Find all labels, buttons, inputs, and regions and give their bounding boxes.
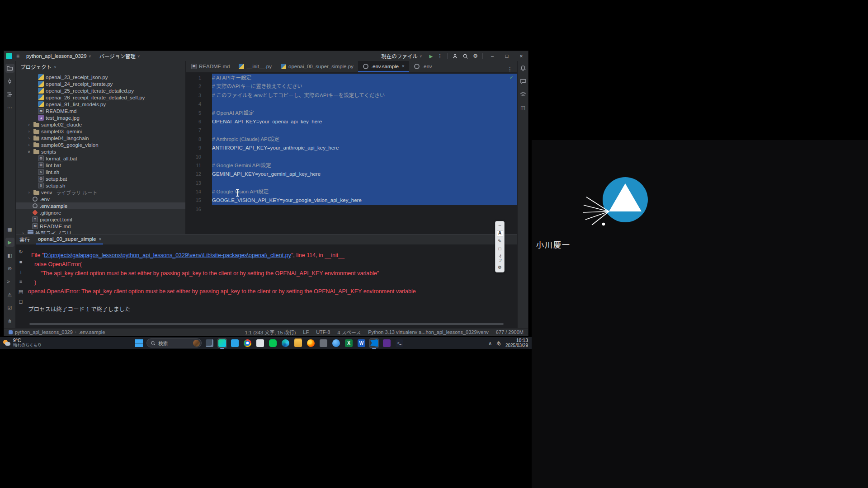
tab-env-sample[interactable]: .env.sample×	[358, 61, 409, 72]
chevron-right-icon[interactable]: ›	[26, 143, 32, 147]
tree-item-env[interactable]: .env	[16, 196, 185, 202]
memory-indicator[interactable]: 677 / 2900M	[496, 329, 524, 335]
pycharm-icon[interactable]	[217, 338, 227, 348]
run-console[interactable]: File "D:\projects\galapagos_lessons\pyth…	[26, 244, 517, 328]
chevron-right-icon[interactable]: ›	[20, 231, 26, 235]
visual-studio-icon[interactable]	[382, 338, 392, 348]
file-encoding[interactable]: UTF-8	[316, 329, 330, 335]
more-actions-icon[interactable]: ⋮	[437, 53, 443, 59]
firefox-icon[interactable]	[306, 338, 316, 348]
tab-init-py[interactable]: __init__.py	[234, 61, 276, 72]
problems-tool-icon[interactable]: ⚠	[5, 290, 14, 299]
status-widget-icon[interactable]	[9, 330, 13, 334]
project-widget[interactable]: python_api_lessons_0329 ∨	[24, 53, 94, 59]
project-folder-icon[interactable]	[5, 64, 14, 73]
powershell-icon[interactable]: >_	[395, 338, 404, 348]
tab-env[interactable]: .env	[409, 61, 437, 72]
close-button[interactable]: ×	[516, 53, 526, 59]
tray-chevron-icon[interactable]: ∧	[489, 341, 492, 346]
collapse-button[interactable]: –	[496, 222, 503, 228]
breadcrumb-project[interactable]: python_api_lessons_0329	[15, 329, 73, 335]
tree-item-scripts[interactable]: ∨scripts	[16, 148, 185, 155]
tree-item-readme-md[interactable]: README.md	[16, 223, 185, 230]
tree-item-lint-bat[interactable]: lint.bat	[16, 162, 185, 169]
notepad-app-icon[interactable]	[255, 338, 265, 348]
traceback-file-link[interactable]: D:\projects\galapagos_lessons\python_api…	[44, 252, 291, 258]
tree-item-sample03-gemini[interactable]: ›sample03_gemini	[16, 128, 185, 135]
tree-item-openai-25-receipt-iterate-detailed-py[interactable]: openai_25_receipt_iterate_detailed.py	[16, 87, 185, 94]
tree-item-venv[interactable]: ›venvライブラリ ルート	[16, 189, 185, 196]
tree-item-item[interactable]: ›外部ライブラリ	[16, 230, 185, 234]
taskbar-search-box[interactable]: 検索	[146, 338, 202, 347]
minimize-button[interactable]: –	[487, 53, 497, 59]
line-app-icon[interactable]	[268, 338, 278, 348]
structure-icon[interactable]	[5, 90, 14, 99]
close-icon[interactable]: ×	[99, 237, 102, 242]
commit-icon[interactable]	[5, 77, 14, 86]
tree-item-setup-bat[interactable]: setup.bat	[16, 175, 185, 182]
vscode-icon[interactable]	[369, 338, 379, 348]
line-separator[interactable]: LF	[303, 329, 309, 335]
scroll-to-end-icon[interactable]: ↓	[17, 268, 24, 275]
search-highlight-image[interactable]	[193, 340, 200, 347]
tree-item-lint-sh[interactable]: lint.sh	[16, 169, 185, 175]
project-panel-header[interactable]: プロジェクト ∨	[16, 61, 185, 73]
chevron-right-icon[interactable]: ›	[26, 129, 32, 134]
tree-item-env-sample[interactable]: .env.sample	[16, 202, 185, 209]
rerun-icon[interactable]: ↻	[17, 248, 24, 255]
todo-tool-icon[interactable]: ☑	[5, 303, 14, 312]
python-interpreter[interactable]: Python 3.13 virtualenv a...hon_api_lesso…	[368, 329, 489, 335]
version-control-icon[interactable]: ⋔	[5, 316, 14, 325]
blue-round-app-icon[interactable]	[331, 338, 341, 348]
tree-item-openai-91-list-models-py[interactable]: openai_91_list_models.py	[16, 101, 185, 108]
gray-app-icon[interactable]	[319, 338, 328, 348]
debug-tool-icon[interactable]: ◧	[5, 251, 14, 260]
indent-style[interactable]: 4 スペース	[337, 328, 361, 336]
tree-item-openai-24-receipt-iterate-py[interactable]: openai_24_receipt_iterate.py	[16, 80, 185, 87]
annot-settings-button[interactable]: ⚙	[496, 265, 503, 270]
more-tool-windows-icon[interactable]: ⋯	[5, 103, 14, 112]
close-icon[interactable]: ×	[402, 64, 405, 69]
print-icon[interactable]: ▤	[17, 288, 24, 295]
chevron-right-icon[interactable]: ›	[26, 190, 32, 195]
run-tool-icon[interactable]: ▶	[5, 238, 14, 247]
gradle-icon[interactable]: ◫	[519, 103, 528, 112]
run-button[interactable]: ▶	[429, 54, 433, 59]
off-toggle-label[interactable]: オフ	[496, 254, 503, 263]
tab-openai-00-super-simple-py[interactable]: openai_00_super_simple.py	[276, 61, 358, 72]
tree-item-setup-sh[interactable]: setup.sh	[16, 182, 185, 189]
chrome-icon[interactable]	[243, 338, 252, 348]
file-explorer-icon[interactable]	[293, 338, 303, 348]
notifications-bell-icon[interactable]	[519, 64, 528, 73]
run-config-widget[interactable]: 現在のファイル ∨	[378, 52, 425, 60]
inspection-ok-icon[interactable]: ✓	[509, 75, 514, 80]
tree-item-readme-md[interactable]: README.md	[16, 108, 185, 114]
word-icon[interactable]: W	[357, 338, 366, 348]
search-everywhere-icon[interactable]	[462, 53, 468, 59]
tree-item-gitignore[interactable]: .gitignore	[16, 209, 185, 216]
tree-item-openai-23-receipt-json-py[interactable]: openai_23_receipt_json.py	[16, 74, 185, 80]
pen-tool-button[interactable]: ✎	[496, 239, 503, 244]
tree-item-format-all-bat[interactable]: format_all.bat	[16, 155, 185, 162]
shape-tool-button[interactable]: □	[496, 246, 503, 252]
python-packages-icon[interactable]: ▦	[5, 225, 14, 234]
hamburger-menu-icon[interactable]: ≡	[15, 53, 21, 59]
stop-icon[interactable]: ■	[17, 258, 24, 265]
chevron-down-icon[interactable]: ∨	[26, 150, 32, 154]
ai-assistant-icon[interactable]	[519, 77, 528, 86]
terminal-tool-icon[interactable]: >_	[5, 277, 14, 286]
tree-item-test-image-jpg[interactable]: test_image.jpg	[16, 114, 185, 121]
tab-list-icon[interactable]: ⋮	[503, 66, 517, 72]
breadcrumb-file[interactable]: .env.sample	[79, 329, 105, 335]
tree-item-sample02-claude[interactable]: ›sample02_claude	[16, 121, 185, 128]
database-icon[interactable]	[519, 90, 528, 99]
tree-item-openai-26-receipt-iterate-detailed-self-py[interactable]: openai_26_receipt_iterate_detailed_self.…	[16, 94, 185, 101]
chevron-right-icon[interactable]: ›	[26, 136, 32, 141]
mail-app-icon[interactable]	[230, 338, 240, 348]
excel-icon[interactable]: X	[344, 338, 354, 348]
settings-gear-icon[interactable]: ⚙	[473, 53, 478, 59]
console-horizontal-scrollbar[interactable]	[29, 323, 504, 325]
taskbar-weather-widget[interactable]: 9°C 晴れのちくもり	[3, 338, 42, 348]
text-tool-button[interactable]: A	[497, 230, 503, 236]
task-view-icon[interactable]	[205, 338, 214, 348]
